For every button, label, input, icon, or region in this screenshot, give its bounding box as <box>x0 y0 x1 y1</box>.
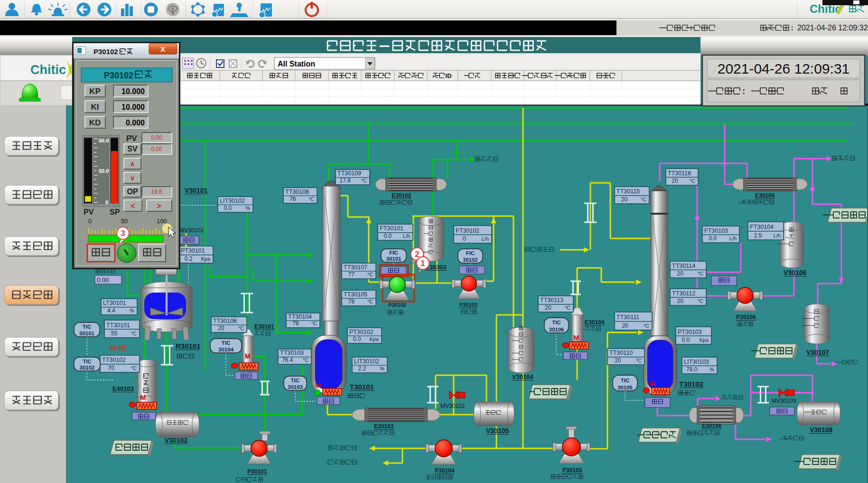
svg-text:TT30103: TT30103 <box>280 350 304 356</box>
svg-text:20: 20 <box>621 196 628 203</box>
svg-text:TT30106: TT30106 <box>213 318 237 324</box>
svg-text:0: 0 <box>105 199 108 205</box>
svg-text:°C: °C <box>311 321 317 326</box>
svg-text:TIC: TIC <box>291 378 300 383</box>
svg-text:0.0: 0.0 <box>709 235 717 242</box>
svg-text:M: M <box>140 393 146 401</box>
svg-text:PT30102: PT30102 <box>349 329 373 335</box>
svg-text:>: > <box>157 202 161 210</box>
svg-text:°C: °C <box>698 271 703 276</box>
svg-text:20: 20 <box>677 270 684 277</box>
svg-text:50: 50 <box>121 218 128 225</box>
svg-text:MV30103: MV30103 <box>772 398 796 404</box>
svg-text:MV30102: MV30102 <box>440 403 465 409</box>
svg-text:TT30113: TT30113 <box>540 297 563 303</box>
svg-text:TIC: TIC <box>222 340 231 346</box>
svg-text:TT30112: TT30112 <box>672 290 695 297</box>
svg-text:P30103: P30103 <box>459 302 477 308</box>
svg-text:LIT30102: LIT30102 <box>354 358 379 365</box>
svg-text:TT30109: TT30109 <box>337 170 361 177</box>
svg-text:30104: 30104 <box>218 347 234 352</box>
svg-text:T30102: T30102 <box>679 380 703 388</box>
svg-text:Kpa: Kpa <box>369 336 379 342</box>
svg-text:All Station: All Station <box>278 60 315 68</box>
svg-text:20: 20 <box>672 178 678 184</box>
svg-text:0.2: 0.2 <box>185 256 193 262</box>
svg-text:SP: SP <box>110 208 120 216</box>
svg-text:78.0: 78.0 <box>686 366 698 373</box>
svg-text:0.00: 0.00 <box>151 146 162 152</box>
svg-text:°C: °C <box>644 323 649 329</box>
svg-text:TT30115: TT30115 <box>616 188 640 195</box>
svg-text:M: M <box>315 381 321 389</box>
svg-text:30105: 30105 <box>617 385 633 390</box>
svg-text:∧: ∧ <box>130 160 135 168</box>
svg-text:°C: °C <box>698 298 703 304</box>
svg-text:MV30101: MV30101 <box>179 227 204 234</box>
svg-text:V30105: V30105 <box>486 427 509 435</box>
svg-text:77: 77 <box>348 271 355 278</box>
svg-text:T30101: T30101 <box>350 383 374 391</box>
svg-text:2: 2 <box>415 250 419 259</box>
svg-text:00.0: 00.0 <box>99 138 109 143</box>
svg-text:L/h: L/h <box>729 236 737 241</box>
svg-text:30106: 30106 <box>549 327 564 332</box>
svg-text:30101: 30101 <box>79 331 95 336</box>
svg-text:°C: °C <box>131 331 137 336</box>
svg-text:TT30111: TT30111 <box>616 314 639 321</box>
svg-text:FT30102: FT30102 <box>456 227 479 234</box>
svg-text:TT30114: TT30114 <box>672 263 695 269</box>
svg-text:LT30101: LT30101 <box>103 300 126 306</box>
svg-text:Kpa: Kpa <box>201 256 210 262</box>
svg-text:P30102: P30102 <box>388 302 406 308</box>
svg-text:ID: ID <box>446 72 452 79</box>
svg-text:20: 20 <box>677 298 684 304</box>
svg-text:TT30104: TT30104 <box>288 313 312 320</box>
svg-text:°C: °C <box>367 299 373 304</box>
svg-text:<: < <box>131 202 135 210</box>
svg-text:Chitic: Chitic <box>30 63 66 77</box>
svg-text:L/h: L/h <box>403 233 410 239</box>
svg-text:0.0: 0.0 <box>224 205 232 211</box>
svg-text:2.5: 2.5 <box>754 232 762 239</box>
svg-text:4.4: 4.4 <box>107 307 115 314</box>
svg-text:SV: SV <box>127 145 138 153</box>
svg-text:E30104: E30104 <box>585 319 605 326</box>
svg-text:E30102: E30102 <box>392 192 411 199</box>
svg-text:0.0: 0.0 <box>353 336 361 342</box>
svg-text:KP: KP <box>89 87 101 96</box>
svg-text:%: % <box>130 308 134 313</box>
svg-text:P30105: P30105 <box>562 467 582 474</box>
svg-text:°C: °C <box>308 196 314 202</box>
svg-text:V30102: V30102 <box>165 436 187 444</box>
svg-text:0.0: 0.0 <box>383 233 392 239</box>
svg-text:M: M <box>573 333 579 341</box>
svg-text:E30105: E30105 <box>755 192 775 199</box>
svg-text:2.2: 2.2 <box>358 365 366 372</box>
svg-text:LIT30103: LIT30103 <box>684 359 709 365</box>
svg-text:10.000: 10.000 <box>121 103 145 111</box>
svg-text:%: % <box>709 367 714 372</box>
svg-text:20: 20 <box>622 322 628 329</box>
svg-text:0.00: 0.00 <box>151 134 162 141</box>
svg-text:0.000: 0.000 <box>126 119 145 127</box>
svg-text:PT30103: PT30103 <box>678 329 702 335</box>
svg-text:V30106: V30106 <box>784 269 806 276</box>
svg-text:56:52: 56:52 <box>109 344 126 352</box>
svg-text:%: % <box>380 366 384 371</box>
svg-text:E30103: E30103 <box>374 423 394 430</box>
svg-text:V30101: V30101 <box>185 187 207 194</box>
svg-text:20: 20 <box>545 304 551 311</box>
svg-text:P30106: P30106 <box>736 314 756 321</box>
svg-text:°C: °C <box>641 197 646 202</box>
svg-text:FIC: FIC <box>389 250 398 256</box>
svg-text:TIC: TIC <box>83 359 92 364</box>
svg-text:OP: OP <box>127 188 138 196</box>
svg-text:Kpa: Kpa <box>699 337 709 343</box>
svg-text:PV: PV <box>126 134 137 143</box>
svg-text:PV: PV <box>84 208 94 216</box>
svg-text:FIC: FIC <box>466 250 475 256</box>
svg-text:30101: 30101 <box>386 256 402 262</box>
svg-text:20: 20 <box>218 325 224 331</box>
svg-text:°C: °C <box>131 365 137 371</box>
